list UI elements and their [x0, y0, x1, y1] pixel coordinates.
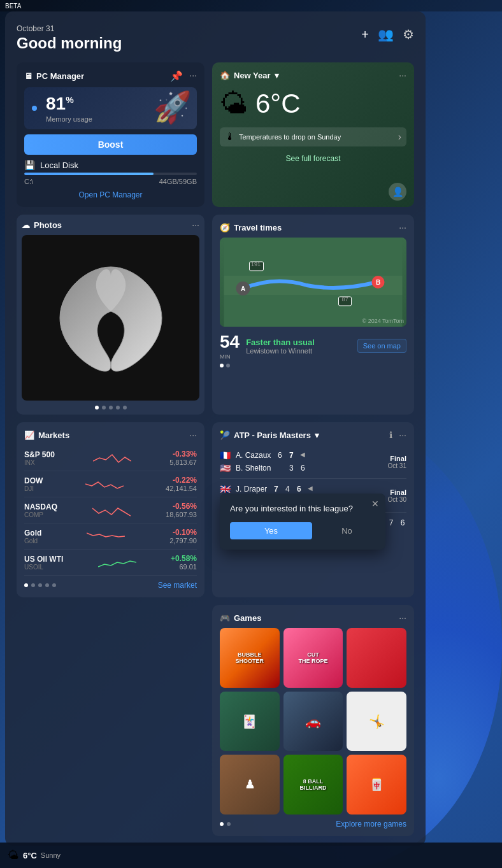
- dialog-message: Are you interested in this league?: [230, 504, 375, 513]
- m-dot-3[interactable]: [38, 583, 42, 587]
- dot-2[interactable]: [102, 406, 106, 409]
- weather-alert: 🌡 Temperatures to drop on Sunday ›: [220, 127, 406, 146]
- photo-display[interactable]: [22, 235, 199, 401]
- tennis-league: 🎾 ATP - Paris Masters ▾: [220, 430, 319, 440]
- dow-value: 42,141.54: [166, 485, 197, 492]
- game-racing[interactable]: 🚗: [283, 692, 343, 751]
- name-shelton: B. Shelton: [236, 464, 282, 473]
- photos-title: ☁ Photos: [22, 220, 62, 230]
- games-grid: BUBBLESHOOTER CUTTHE ROPE 🃏 🚗 🤸: [220, 628, 406, 815]
- pc-manager-icon: 🖥: [24, 71, 32, 81]
- game-bubble-shooter[interactable]: BUBBLESHOOTER: [220, 628, 280, 688]
- taskbar-weather[interactable]: 🌤 6°C Sunny: [8, 849, 61, 862]
- travel-dots: [220, 364, 406, 367]
- game-cut-the-rope[interactable]: CUTTHE ROPE: [283, 628, 343, 688]
- share-button[interactable]: 👥: [378, 27, 394, 42]
- dot-4[interactable]: [116, 406, 120, 409]
- tennis-header: 🎾 ATP - Paris Masters ▾ ℹ ···: [220, 430, 406, 440]
- m-dot-4[interactable]: [45, 583, 49, 587]
- settings-button[interactable]: ⚙: [403, 27, 414, 42]
- games-title: 🎮 Games: [220, 613, 261, 623]
- dialog-close-button[interactable]: ✕: [371, 499, 379, 509]
- dot-3[interactable]: [109, 406, 113, 409]
- weather-menu[interactable]: ···: [399, 70, 406, 80]
- market-name-gold: Gold: [24, 529, 41, 537]
- add-button[interactable]: +: [361, 27, 369, 42]
- game-cards[interactable]: 🃏: [220, 692, 280, 751]
- memory-info: 81% Memory usage: [46, 94, 92, 123]
- svg-rect-3: [250, 262, 264, 271]
- see-on-map-button[interactable]: See on map: [357, 339, 406, 353]
- travel-route: Lewistown to Winnett: [246, 347, 351, 355]
- player-cazaux: 🇫🇷 A. Cazaux 6 7 ◀: [220, 450, 306, 460]
- game-stickman[interactable]: 🤸: [347, 692, 406, 751]
- taskbar-sun-icon: 🌤: [8, 849, 19, 862]
- market-row-dow: DOW DJI -0.22% 42,141.54: [24, 471, 197, 497]
- m-dot-2[interactable]: [31, 583, 35, 587]
- market-row-sp500: S&P 500 INX -0.33% 5,813.67: [24, 445, 197, 471]
- market-values-dow: -0.22% 42,141.54: [166, 476, 197, 492]
- open-pc-manager-link[interactable]: Open PC Manager: [24, 190, 197, 199]
- m-dot-5[interactable]: [52, 583, 56, 587]
- boost-button[interactable]: Boost: [24, 134, 197, 155]
- scores-draper: 7 4 6 ◀: [272, 485, 314, 494]
- tennis-menu[interactable]: ···: [399, 430, 406, 440]
- games-footer: Explore more games: [220, 820, 406, 829]
- tennis-expand-icon[interactable]: ▾: [315, 430, 319, 440]
- game-tetris[interactable]: [347, 628, 406, 688]
- pc-manager-header: 🖥 PC Manager 📌 ···: [24, 70, 197, 82]
- widgets-grid: 🖥 PC Manager 📌 ··· 81% Memory usage 🚀: [17, 62, 414, 836]
- markets-header: 📈 Markets ···: [24, 430, 197, 440]
- markets-menu[interactable]: ···: [189, 430, 197, 440]
- travel-faster: Faster than usual: [246, 338, 351, 347]
- thermometer-icon: 🌡: [225, 131, 235, 143]
- svg-text:B: B: [376, 279, 380, 286]
- dot-1[interactable]: [95, 406, 99, 409]
- rocket-icon: 🚀: [154, 90, 192, 125]
- market-sub-dow: DJI: [24, 485, 43, 492]
- game-chess[interactable]: ♟: [220, 755, 280, 815]
- expand-icon[interactable]: ▾: [275, 71, 279, 80]
- travel-dot-1[interactable]: [220, 364, 224, 367]
- dow-change: -0.22%: [166, 476, 197, 485]
- travel-menu[interactable]: ···: [399, 222, 406, 232]
- dot-5[interactable]: [123, 406, 127, 409]
- see-market-link[interactable]: See market: [158, 581, 197, 590]
- weather-main: 🌤 6°C: [220, 88, 406, 120]
- dialog-no-button[interactable]: No: [319, 522, 375, 539]
- disk-size: 44GB/59GB: [159, 178, 197, 185]
- sparkline-sp500: [93, 448, 131, 467]
- games-header: 🎮 Games ···: [220, 613, 406, 623]
- g-dot-1[interactable]: [220, 822, 224, 826]
- market-sub-gold: Gold: [24, 537, 41, 544]
- pc-manager-title: 🖥 PC Manager: [24, 71, 84, 81]
- markets-dots: [24, 583, 56, 587]
- oil-change: +0.58%: [171, 554, 197, 563]
- travel-dot-2[interactable]: [226, 364, 230, 367]
- explore-games-link[interactable]: Explore more games: [336, 820, 406, 829]
- m-dot-1[interactable]: [24, 583, 28, 587]
- photos-menu[interactable]: ···: [192, 220, 199, 230]
- tennis-info-icon[interactable]: ℹ: [389, 430, 392, 440]
- map-container[interactable]: 191 87 A B © 2024 TomTom: [220, 238, 406, 327]
- memory-section: 81% Memory usage 🚀: [24, 87, 197, 129]
- dialog-yes-button[interactable]: Yes: [230, 522, 312, 539]
- chevron-right-icon[interactable]: ›: [398, 131, 401, 143]
- games-dots: [220, 822, 231, 826]
- scores-cazaux: 6 7 ◀: [276, 451, 306, 460]
- gold-change: -0.10%: [169, 528, 197, 537]
- market-row-gold: Gold Gold -0.10% 2,797.90: [24, 523, 197, 550]
- market-row-oil: US Oil WTI USOIL +0.58% 69.01: [24, 550, 197, 576]
- league-interest-dialog: ✕ Are you interested in this league? Yes…: [220, 494, 385, 550]
- g-dot-2[interactable]: [227, 822, 231, 826]
- header-info: October 31 Good morning: [17, 24, 122, 52]
- disk-path: C:\ 44GB/59GB: [24, 178, 197, 185]
- games-menu[interactable]: ···: [399, 613, 406, 623]
- pin-icon[interactable]: 📌: [170, 70, 183, 82]
- taskbar-temperature: 6°C: [23, 851, 37, 860]
- game-mahjong[interactable]: 🀄: [347, 755, 406, 815]
- forecast-button[interactable]: See full forecast: [220, 152, 406, 166]
- sparkline-oil: [98, 553, 136, 572]
- pc-manager-menu[interactable]: ···: [189, 70, 197, 82]
- game-billiard[interactable]: 8 BALLBILLIARD: [283, 755, 343, 815]
